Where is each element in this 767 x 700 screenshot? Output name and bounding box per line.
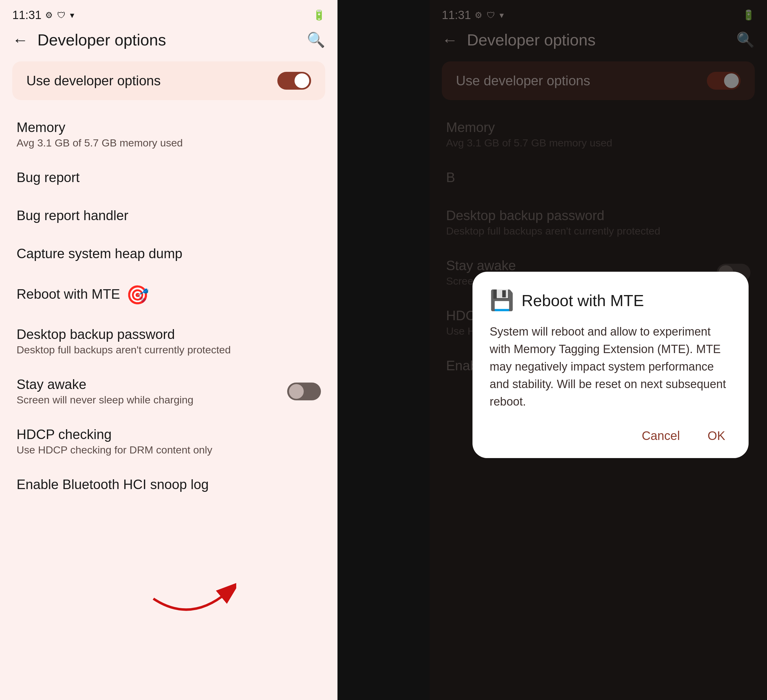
stay-awake-toggle-left[interactable] bbox=[287, 383, 321, 400]
list-item-bug-report[interactable]: Bug report bbox=[0, 159, 337, 198]
status-icons-left: ⚙ 🛡 ▾ bbox=[45, 10, 74, 20]
status-right-left: 🔋 bbox=[313, 9, 325, 21]
list-item-bug-report-handler[interactable]: Bug report handler bbox=[0, 198, 337, 236]
dialog-header: 💾 Reboot with MTE bbox=[490, 289, 731, 312]
item-title-bug-report: Bug report bbox=[17, 170, 321, 185]
back-button-left[interactable]: ← bbox=[12, 31, 28, 49]
dialog-overlay: 💾 Reboot with MTE System will reboot and… bbox=[430, 0, 767, 700]
dialog-cancel-button[interactable]: Cancel bbox=[636, 426, 686, 446]
item-title-memory: Memory bbox=[17, 120, 321, 135]
dialog-title: Reboot with MTE bbox=[522, 291, 644, 310]
divider bbox=[337, 0, 430, 700]
dev-options-label-left: Use developer options bbox=[26, 73, 161, 88]
shield-icon: 🛡 bbox=[57, 10, 66, 20]
dialog-actions: Cancel OK bbox=[490, 426, 731, 446]
wifi-icon: ▾ bbox=[70, 10, 74, 20]
item-title-bug-report-handler: Bug report handler bbox=[17, 208, 321, 223]
battery-icon-left: 🔋 bbox=[313, 9, 325, 21]
dialog-ok-button[interactable]: OK bbox=[701, 426, 731, 446]
list-item-memory[interactable]: Memory Avg 3.1 GB of 5.7 GB memory used bbox=[0, 109, 337, 159]
status-time-left: 11:31 bbox=[12, 9, 41, 22]
reboot-mte-dialog: 💾 Reboot with MTE System will reboot and… bbox=[473, 272, 749, 458]
top-bar-left: ← Developer options 🔍 bbox=[0, 25, 337, 55]
settings-icon: ⚙ bbox=[45, 10, 53, 20]
dialog-body: System will reboot and allow to experime… bbox=[490, 323, 731, 410]
item-title-reboot-mte: Reboot with MTE bbox=[17, 287, 120, 302]
item-subtitle-memory: Avg 3.1 GB of 5.7 GB memory used bbox=[17, 137, 321, 149]
page-title-left: Developer options bbox=[37, 31, 307, 49]
dev-options-card-left[interactable]: Use developer options bbox=[12, 61, 325, 100]
right-panel: 11:31 ⚙ 🛡 ▾ 🔋 ← Developer options 🔍 Use … bbox=[430, 0, 767, 700]
dialog-icon: 💾 bbox=[490, 289, 514, 312]
status-bar-left: 11:31 ⚙ 🛡 ▾ 🔋 bbox=[0, 0, 337, 25]
search-button-left[interactable]: 🔍 bbox=[307, 31, 325, 48]
dev-options-toggle-left[interactable] bbox=[277, 72, 311, 90]
